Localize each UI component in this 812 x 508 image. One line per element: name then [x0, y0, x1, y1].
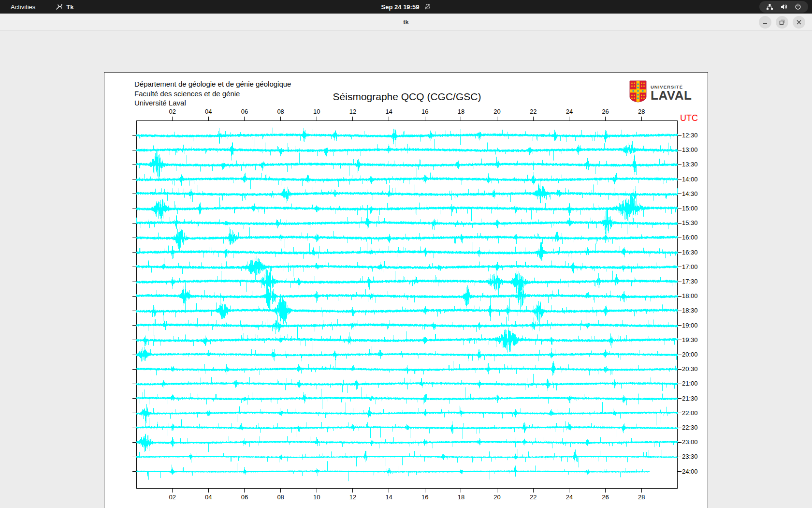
window-title: tk	[403, 18, 409, 26]
utc-row-label: 16:00	[682, 234, 698, 241]
institution-line-1: Département de géologie et de génie géol…	[134, 79, 291, 89]
utc-row-label: 17:00	[682, 263, 698, 270]
utc-row-label: 14:30	[682, 190, 698, 197]
utc-row-label: 22:00	[682, 409, 698, 417]
maximize-button[interactable]	[776, 16, 788, 29]
row-tick-right	[678, 457, 682, 457]
row-tick-left	[132, 179, 136, 179]
system-top-bar: Activities Tk Sep 24 19:59	[0, 0, 812, 14]
seismograph-panel: Département de géologie et de génie géol…	[104, 72, 708, 508]
row-tick-left	[132, 194, 136, 194]
row-tick-left	[132, 413, 136, 413]
row-tick-left	[132, 223, 136, 224]
x-tick-label-top: 12	[348, 108, 358, 115]
row-tick-right	[678, 179, 682, 179]
x-tick-label-top: 26	[601, 108, 610, 115]
row-tick-right	[678, 384, 682, 384]
utc-row-label: 24:00	[682, 468, 698, 475]
x-tick-top	[244, 117, 245, 120]
utc-row-label: 22:30	[682, 424, 698, 431]
row-tick-left	[132, 471, 136, 472]
x-tick-label-bottom: 16	[420, 493, 430, 501]
row-tick-right	[678, 238, 682, 238]
x-tick-top	[497, 117, 497, 120]
clock-button[interactable]: Sep 24 19:59	[381, 3, 431, 11]
focused-app-name: Tk	[66, 3, 73, 11]
laval-shield-icon	[629, 80, 647, 105]
x-tick-label-top: 06	[240, 108, 249, 115]
x-tick-top	[461, 117, 461, 120]
x-tick-label-bottom: 26	[601, 493, 610, 501]
utc-row-label: 23:30	[682, 453, 698, 460]
x-tick-bottom	[208, 489, 209, 493]
x-tick-bottom	[244, 489, 245, 493]
utc-row-label: 17:30	[682, 278, 698, 285]
window-body: Département de géologie et de génie géol…	[0, 31, 812, 508]
x-tick-bottom	[461, 489, 461, 493]
row-tick-right	[678, 413, 682, 413]
focused-app-menu[interactable]: Tk	[56, 3, 73, 11]
x-tick-top	[280, 117, 281, 120]
x-tick-label-bottom: 06	[240, 493, 249, 501]
row-tick-right	[678, 471, 682, 472]
utc-row-label: 12:30	[682, 132, 698, 139]
utc-row-label: 13:30	[682, 161, 698, 168]
clock-text: Sep 24 19:59	[381, 3, 420, 11]
system-tray[interactable]	[759, 1, 808, 13]
x-tick-label-top: 08	[276, 108, 286, 115]
window-titlebar[interactable]: tk	[0, 14, 812, 31]
minimize-button[interactable]	[759, 16, 771, 29]
x-tick-label-bottom: 14	[384, 493, 394, 501]
x-tick-label-top: 20	[493, 108, 502, 115]
x-tick-label-bottom: 18	[456, 493, 466, 501]
x-tick-label-top: 02	[168, 108, 177, 115]
row-tick-left	[132, 340, 136, 340]
row-tick-right	[678, 428, 682, 428]
x-tick-bottom	[352, 489, 353, 493]
x-tick-top	[605, 117, 606, 120]
x-tick-bottom	[569, 489, 569, 493]
row-tick-left	[132, 311, 136, 311]
logo-big-text: LAVAL	[651, 90, 692, 101]
row-tick-left	[132, 428, 136, 428]
row-tick-left	[132, 150, 136, 150]
utc-row-label: 23:00	[682, 438, 698, 446]
x-tick-top	[172, 117, 173, 120]
row-tick-left	[132, 325, 136, 326]
close-button[interactable]	[793, 16, 805, 29]
x-tick-top	[317, 117, 317, 120]
utc-row-label: 14:00	[682, 176, 698, 183]
x-tick-bottom	[497, 489, 497, 493]
utc-row-label: 18:00	[682, 292, 698, 299]
x-tick-bottom	[605, 489, 606, 493]
row-tick-left	[132, 209, 136, 209]
row-tick-right	[678, 325, 682, 326]
x-tick-label-top: 22	[528, 108, 538, 115]
plot-title: Séismographe QCQ (CGC/GSC)	[136, 91, 678, 103]
seismogram-traces	[136, 120, 678, 489]
desktop: Activities Tk Sep 24 19:59	[0, 0, 812, 508]
row-tick-right	[678, 194, 682, 194]
utc-row-label: 18:30	[682, 307, 698, 314]
row-tick-left	[132, 252, 136, 253]
x-tick-top	[569, 117, 569, 120]
x-tick-label-top: 16	[420, 108, 430, 115]
row-tick-right	[678, 311, 682, 311]
x-tick-bottom	[172, 489, 173, 493]
row-tick-right	[678, 442, 682, 443]
x-tick-top	[425, 117, 425, 120]
row-tick-left	[132, 457, 136, 457]
row-tick-left	[132, 296, 136, 297]
x-tick-label-bottom: 28	[637, 493, 646, 501]
x-tick-top	[641, 117, 642, 120]
x-tick-top	[352, 117, 353, 120]
utc-row-label: 16:30	[682, 249, 698, 256]
activities-button[interactable]: Activities	[7, 2, 39, 12]
row-tick-right	[678, 282, 682, 282]
x-tick-bottom	[389, 489, 389, 493]
utc-row-label: 21:00	[682, 380, 698, 387]
row-tick-left	[132, 238, 136, 238]
x-tick-label-top: 10	[312, 108, 321, 115]
x-tick-label-bottom: 12	[348, 493, 358, 501]
row-tick-right	[678, 369, 682, 370]
